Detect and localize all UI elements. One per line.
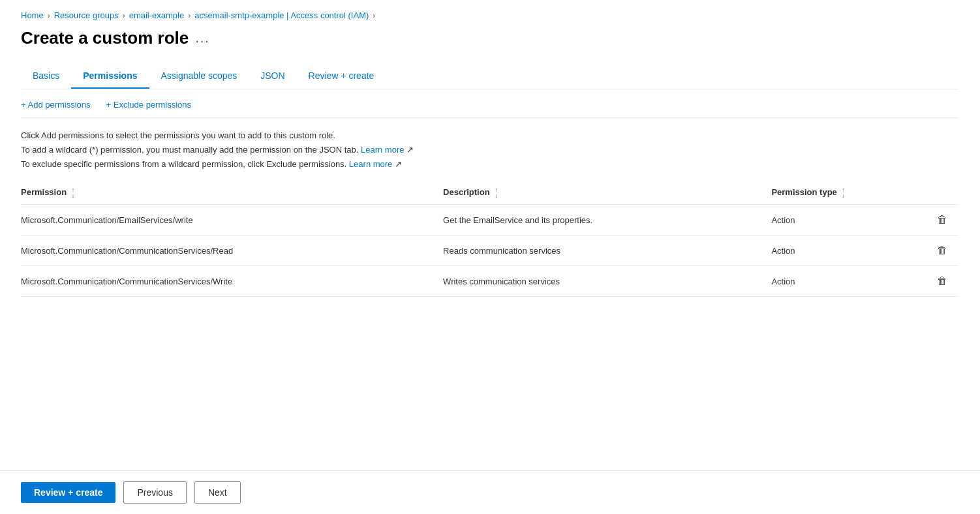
breadcrumb-home[interactable]: Home: [21, 10, 44, 20]
breadcrumb-sep-2: ›: [123, 11, 125, 20]
next-button[interactable]: Next: [194, 481, 241, 504]
table-row: Microsoft.Communication/CommunicationSer…: [21, 235, 959, 266]
breadcrumb-sep-3: ›: [188, 11, 191, 20]
col-header-permission-type: Permission type ↑↓: [771, 182, 912, 205]
page-title-ellipsis: ...: [195, 31, 210, 46]
sort-permission-icon[interactable]: ↑↓: [72, 187, 75, 199]
table-row: Microsoft.Communication/CommunicationSer…: [21, 266, 959, 297]
learn-more-json-link[interactable]: Learn more: [361, 145, 404, 155]
delete-permission-button[interactable]: 🗑: [933, 274, 951, 288]
cell-description: Reads communication services: [443, 235, 771, 266]
col-header-action: [912, 182, 959, 205]
add-permissions-link[interactable]: + Add permissions: [21, 100, 91, 110]
exclude-permissions-label: + Exclude permissions: [106, 100, 191, 110]
breadcrumb-email-example[interactable]: email-example: [129, 10, 185, 20]
tab-nav: Basics Permissions Assignable scopes JSO…: [21, 64, 959, 89]
cell-permission: Microsoft.Communication/CommunicationSer…: [21, 235, 443, 266]
cell-permission-type: Action: [771, 235, 912, 266]
action-bar: + Add permissions + Exclude permissions: [21, 100, 959, 118]
tab-content: + Add permissions + Exclude permissions …: [21, 89, 959, 297]
cell-permission-type: Action: [771, 266, 912, 297]
tab-json[interactable]: JSON: [249, 64, 296, 89]
breadcrumb-sep-1: ›: [48, 11, 50, 20]
col-header-permission: Permission ↑↓: [21, 182, 443, 205]
cell-permission-type: Action: [771, 205, 912, 235]
exclude-permissions-link[interactable]: + Exclude permissions: [106, 100, 191, 110]
cell-delete[interactable]: 🗑: [912, 205, 959, 235]
tab-permissions[interactable]: Permissions: [71, 64, 149, 89]
delete-permission-button[interactable]: 🗑: [933, 213, 951, 227]
cell-delete[interactable]: 🗑: [912, 266, 959, 297]
permissions-table: Permission ↑↓ Description ↑↓ Permission …: [21, 182, 959, 297]
footer: Review + create Previous Next: [0, 470, 980, 514]
cell-permission: Microsoft.Communication/EmailServices/wr…: [21, 205, 443, 235]
breadcrumb-resource-groups[interactable]: Resource groups: [54, 10, 119, 20]
page-title: Create a custom role: [21, 28, 189, 48]
cell-permission: Microsoft.Communication/CommunicationSer…: [21, 266, 443, 297]
page-header: Create a custom role ...: [21, 28, 959, 48]
previous-button[interactable]: Previous: [123, 481, 186, 504]
info-line-1: Click Add permissions to select the perm…: [21, 128, 959, 143]
review-create-button[interactable]: Review + create: [21, 482, 115, 503]
sort-type-icon[interactable]: ↑↓: [842, 187, 845, 199]
add-permissions-label: + Add permissions: [21, 100, 91, 110]
tab-review-create[interactable]: Review + create: [297, 64, 386, 89]
tab-assignable-scopes[interactable]: Assignable scopes: [149, 64, 249, 89]
info-line-3: To exclude specific permissions from a w…: [21, 157, 959, 172]
cell-description: Get the EmailService and its properties.: [443, 205, 771, 235]
cell-delete[interactable]: 🗑: [912, 235, 959, 266]
breadcrumb: Home › Resource groups › email-example ›…: [21, 10, 959, 20]
learn-more-exclude-link[interactable]: Learn more: [349, 159, 392, 169]
breadcrumb-sep-4: ›: [373, 11, 375, 20]
sort-description-icon[interactable]: ↑↓: [495, 187, 498, 199]
delete-permission-button[interactable]: 🗑: [933, 243, 951, 258]
table-row: Microsoft.Communication/EmailServices/wr…: [21, 205, 959, 235]
info-line-2: To add a wildcard (*) permission, you mu…: [21, 143, 959, 157]
breadcrumb-iam[interactable]: acsemail-smtp-example | Access control (…: [194, 10, 369, 20]
cell-description: Writes communication services: [443, 266, 771, 297]
col-header-description: Description ↑↓: [443, 182, 771, 205]
info-block: Click Add permissions to select the perm…: [21, 128, 959, 172]
tab-basics[interactable]: Basics: [21, 64, 71, 89]
